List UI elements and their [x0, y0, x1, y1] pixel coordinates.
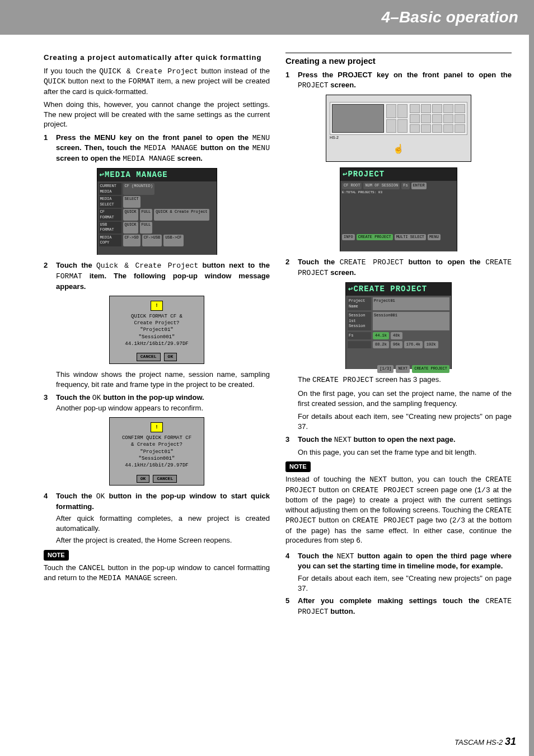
r-step-3: 3 Touch the NEXT button to open the next… — [285, 435, 512, 457]
note-text: Touch the CANCEL button in the pop-up wi… — [44, 563, 270, 584]
note-label: NOTE — [44, 550, 69, 561]
page-number: 31 — [505, 736, 516, 747]
fs-option[interactable]: 88.2k — [373, 341, 389, 348]
fs-option[interactable]: 176.4k — [404, 341, 423, 348]
header-bar: 4–Basic operation — [0, 0, 534, 35]
screenshot-popup-1: ! QUICK FORMAT CF & Create Project? "Pro… — [109, 296, 204, 364]
ok-button[interactable]: OK — [137, 475, 150, 483]
device-screen — [332, 104, 384, 133]
create-project-button[interactable]: CREATE PROJECT — [357, 234, 393, 240]
create-3pages: The CREATE PROJECT screen has 3 pages. — [298, 375, 512, 385]
column-right: Creating a new project 1 Press the PROJE… — [285, 53, 512, 619]
menu-button[interactable]: MENU — [428, 234, 441, 240]
intro-paragraph-2: When doing this, however, you cannot cha… — [44, 100, 270, 129]
session-name-field[interactable]: Session001 — [373, 312, 449, 330]
next-button[interactable]: NEXT — [396, 365, 410, 372]
column-left: Creating a project automatically after q… — [44, 53, 270, 619]
step-3: 3 Touch the OK button in the pop-up wind… — [44, 393, 270, 413]
subheading-quick-format: Creating a project automatically after q… — [44, 53, 270, 63]
pointing-hand-icon: ☝ — [393, 143, 404, 155]
fs-option[interactable]: 192k — [424, 341, 438, 348]
intro-paragraph-1: If you touch the QUICK & Create Project … — [44, 66, 270, 97]
multi-select-button[interactable]: MULTI SELECT — [395, 234, 426, 240]
step-2: 2 Touch the Quick & Create Project butto… — [44, 260, 270, 291]
cancel-button[interactable]: CANCEL — [153, 475, 177, 483]
warning-icon: ! — [151, 422, 163, 432]
r-step-5: 5 After you complete making settings tou… — [285, 596, 512, 617]
page-footer: TASCAM HS-2 31 — [455, 735, 516, 748]
select-button[interactable]: SELECT — [123, 196, 140, 208]
enter-button[interactable]: ENTER — [411, 183, 427, 189]
content-columns: Creating a project automatically after q… — [0, 35, 534, 619]
warning-icon: ! — [151, 301, 163, 311]
r-step-4: 4 Touch the NEXT button again to open th… — [285, 551, 512, 593]
fs-option[interactable]: 44.1k — [373, 332, 389, 339]
create-project-button[interactable]: CREATE PROJECT — [412, 365, 449, 372]
full-button[interactable]: FULL — [140, 209, 153, 221]
quick-create-button[interactable]: QUICK & Create Project — [154, 209, 209, 221]
step-4: 4 Touch the OK button in the pop-up wind… — [44, 491, 270, 545]
ok-button[interactable]: OK — [164, 353, 177, 361]
section-heading-create: Creating a new project — [285, 53, 512, 67]
r-step-1: 1 Press the PROJECT key on the front pan… — [285, 70, 512, 90]
chapter-title: 4–Basic operation — [381, 7, 518, 28]
info-button[interactable]: INFO — [342, 234, 355, 240]
step-1: 1 Press the MENU key on the front panel … — [44, 133, 270, 164]
note-label: NOTE — [285, 461, 311, 472]
screenshot-project: ↩PROJECT CF ROOT NUM OF SESSION Fs ENTER… — [340, 167, 457, 251]
screenshot-media-manage: ↩MEDIA MANAGE CURRENT MEDIACF (MOUNTED) … — [97, 168, 217, 255]
cancel-button[interactable]: CANCEL — [137, 353, 161, 361]
page-side-tab — [529, 35, 534, 756]
r-step-2: 2 Touch the CREATE PROJECT button to ope… — [285, 257, 512, 278]
screenshot-create-project: ↩CREATE PROJECT Project NameProject01 Se… — [345, 282, 452, 369]
fs-option[interactable]: 96k — [391, 341, 402, 348]
popup1-explain: This window shows the project name, sess… — [56, 370, 270, 389]
page-indicator: [1/3] — [377, 365, 394, 372]
fs-option[interactable]: 48k — [391, 332, 402, 339]
project-name-field[interactable]: Project01 — [373, 297, 449, 310]
screenshot-device: HS-2 ☝ — [326, 95, 471, 162]
screenshot-popup-2: ! CONFIRM QUICK FORMAT CF & Create Proje… — [109, 417, 204, 486]
note-text-right: Instead of touching the NEXT button, you… — [285, 474, 512, 545]
quick-button[interactable]: QUICK — [123, 209, 138, 221]
